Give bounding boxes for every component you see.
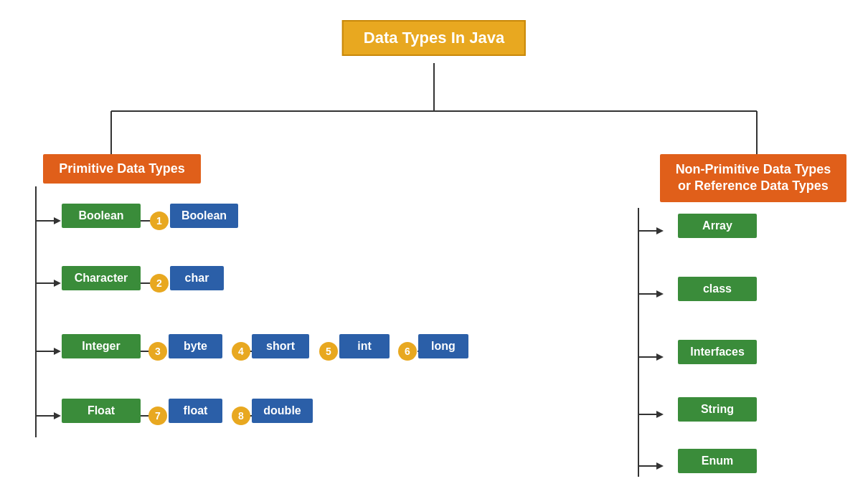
array-type: Array bbox=[678, 214, 757, 238]
num-circle-6: 6 bbox=[398, 342, 417, 361]
character-type: Character bbox=[62, 266, 141, 290]
svg-marker-33 bbox=[656, 290, 664, 298]
num-circle-8: 8 bbox=[232, 406, 250, 425]
diagram: Data Types In Java Primitive Data Types … bbox=[0, 0, 868, 504]
connector-lines bbox=[0, 0, 868, 504]
boolean-subtype: Boolean bbox=[170, 204, 238, 228]
num-circle-2: 2 bbox=[150, 274, 169, 293]
num-circle-3: 3 bbox=[148, 342, 167, 361]
boolean-type: Boolean bbox=[62, 204, 141, 228]
svg-marker-39 bbox=[656, 462, 664, 470]
svg-marker-31 bbox=[656, 227, 664, 234]
svg-marker-6 bbox=[54, 217, 61, 224]
num-circle-1: 1 bbox=[150, 211, 169, 230]
char-subtype: char bbox=[170, 266, 224, 290]
svg-marker-37 bbox=[656, 411, 664, 418]
enum-type: Enum bbox=[678, 449, 757, 473]
nonprimitive-header: Non-Primitive Data Typesor Reference Dat… bbox=[660, 154, 846, 202]
double-subtype: double bbox=[252, 399, 313, 423]
primitive-header: Primitive Data Types bbox=[43, 154, 201, 184]
int-subtype: int bbox=[339, 334, 390, 358]
long-subtype: long bbox=[418, 334, 468, 358]
short-subtype: short bbox=[252, 334, 309, 358]
svg-marker-12 bbox=[54, 412, 61, 419]
float-type: Float bbox=[62, 399, 141, 423]
byte-subtype: byte bbox=[169, 334, 222, 358]
string-type: String bbox=[678, 397, 757, 422]
class-type: class bbox=[678, 277, 757, 301]
integer-type: Integer bbox=[62, 334, 141, 358]
svg-marker-35 bbox=[656, 353, 664, 361]
interfaces-type: Interfaces bbox=[678, 340, 757, 364]
float-subtype: float bbox=[169, 399, 222, 423]
svg-marker-10 bbox=[54, 348, 61, 355]
num-circle-7: 7 bbox=[148, 406, 167, 425]
num-circle-5: 5 bbox=[319, 342, 338, 361]
svg-marker-8 bbox=[54, 280, 61, 287]
num-circle-4: 4 bbox=[232, 342, 250, 361]
title-box: Data Types In Java bbox=[342, 20, 526, 56]
